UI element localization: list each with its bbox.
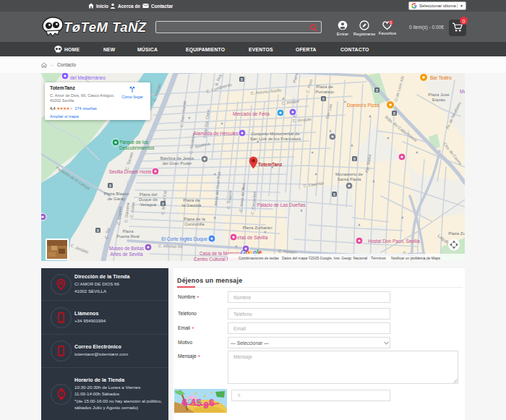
svg-text:Santa Paula: Santa Paula (338, 177, 361, 181)
svg-text:B: B (353, 158, 356, 161)
svg-text:Descubrimientos: Descubrimientos (119, 145, 155, 150)
svg-text:Museo de Bellas: Museo de Bellas (109, 246, 145, 251)
svg-text:Bar Teatro: Bar Teatro (430, 75, 452, 80)
svg-text:Monasterio de: Monasterio de (335, 172, 364, 176)
svg-text:Notificar un problema de Maps: Notificar un problema de Maps (391, 256, 441, 260)
svg-text:B: B (333, 193, 335, 197)
svg-text:Plaza de: Plaza de (316, 85, 333, 89)
svg-text:Puerta Real: Puerta Real (116, 234, 140, 239)
svg-text:Alameda de Hércules: Alameda de Hércules (194, 131, 239, 136)
svg-text:0: 0 (390, 21, 393, 25)
svg-text:Plaza Zu: Plaza Zu (448, 231, 465, 236)
svg-text:0: 0 (463, 19, 466, 24)
svg-text:Mercado de Feria: Mercado de Feria (233, 111, 270, 116)
svg-text:Concordia: Concordia (184, 222, 205, 226)
svg-text:Duque de: Duque de (139, 197, 158, 202)
svg-text:Domino's Pizza: Domino's Pizza (347, 103, 380, 108)
svg-text:Veragua: Veragua (140, 202, 157, 207)
svg-text:Plaza del: Plaza del (140, 192, 158, 197)
svg-text:Espiau: Espiau (432, 98, 445, 102)
svg-text:Plaza de: Plaza de (183, 198, 200, 202)
svg-text:Plaza de la: Plaza de la (184, 217, 205, 221)
svg-text:Términos: Términos (371, 256, 386, 260)
svg-text:B: B (241, 78, 243, 82)
svg-text:B: B (376, 89, 378, 93)
svg-text:Datos del mapa ©2025 Google, I: Datos del mapa ©2025 Google, Inst. Geogr… (282, 256, 367, 260)
svg-text:Palacio de Las Dueñas: Palacio de Las Dueñas (257, 202, 306, 207)
svg-text:B: B (322, 98, 325, 101)
svg-text:B: B (109, 184, 111, 188)
svg-text:Sevilla Dream Hostel: Sevilla Dream Hostel (109, 169, 153, 174)
svg-text:Plaza Blasco: Plaza Blasco (104, 192, 129, 196)
svg-text:Parque de los: Parque de los (119, 140, 149, 145)
svg-text:B: B (162, 202, 164, 206)
svg-text:Basílica de Jesús: Basílica de Jesús (160, 156, 194, 160)
svg-text:Conjunto Monumental de: Conjunto Monumental de (251, 132, 300, 136)
svg-text:Plaza Zurbarán: Plaza Zurbarán (242, 226, 272, 230)
svg-text:Mercado d: Mercado d (460, 89, 465, 94)
svg-text:Setas de Sevilla: Setas de Sevilla (234, 235, 268, 240)
svg-text:Hostal Don Paco, Sevilla: Hostal Don Paco, Sevilla (368, 239, 420, 244)
svg-text:Artes de Sevilla: Artes de Sevilla (110, 252, 143, 257)
svg-text:Combinaciones de teclas: Combinaciones de teclas (239, 256, 279, 260)
svg-text:Plaza: Plaza (122, 229, 134, 233)
svg-text:la Gavidia: la Gavidia (182, 203, 202, 207)
svg-text:del Gran Poder: del Gran Poder (163, 161, 192, 166)
svg-text:del Mediterráneo: del Mediterráneo (70, 75, 106, 80)
svg-text:B: B (393, 112, 395, 116)
svg-text:B: B (97, 229, 99, 233)
svg-text:San Luis de los Franceses: San Luis de los Franceses (250, 137, 301, 141)
svg-text:El Corte Inglés Duque: El Corte Inglés Duque (161, 236, 207, 242)
svg-text:Pumarejo: Pumarejo (315, 90, 334, 94)
svg-text:TotemTanz: TotemTanz (258, 162, 283, 167)
svg-text:Plaza José: Plaza José (428, 93, 450, 97)
svg-text:de Garay: de Garay (108, 197, 126, 201)
svg-text:C. Alfonso XII: C. Alfonso XII (158, 244, 183, 249)
